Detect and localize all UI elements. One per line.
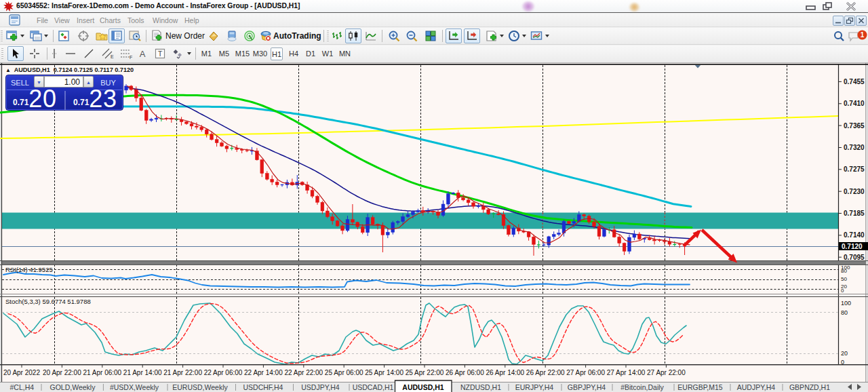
svg-text:80: 80 (841, 309, 848, 316)
svg-text:27 Apr 22:00: 27 Apr 22:00 (647, 369, 686, 376)
svg-text:50: 50 (841, 276, 847, 282)
svg-text:22 Apr 14:00: 22 Apr 14:00 (244, 369, 283, 376)
svg-text:22 Apr 22:00: 22 Apr 22:00 (284, 369, 323, 376)
svg-text:EURUSD,Weekly: EURUSD,Weekly (172, 383, 228, 391)
svg-text:26 Apr 22:00: 26 Apr 22:00 (526, 369, 565, 376)
svg-text:80: 80 (841, 268, 847, 274)
svg-text:20 Apr 22:00: 20 Apr 22:00 (43, 369, 81, 376)
svg-text:0.7275: 0.7275 (844, 165, 865, 173)
svg-text:GOLD,Weekly: GOLD,Weekly (50, 383, 96, 391)
svg-text:26 Apr 14:00: 26 Apr 14:00 (486, 369, 524, 376)
svg-text:F: F (130, 55, 132, 60)
svg-text:0.7120: 0.7120 (842, 243, 863, 250)
svg-text:USDJPY,H4: USDJPY,H4 (301, 383, 340, 391)
svg-text:0.7320: 0.7320 (844, 144, 865, 151)
svg-text:0.7365: 0.7365 (844, 122, 865, 130)
svg-text:GBPNZD,H1: GBPNZD,H1 (789, 383, 830, 391)
svg-text:E: E (111, 54, 114, 59)
svg-text:26 Apr 06:00: 26 Apr 06:00 (446, 369, 484, 376)
svg-text:#Bitcoin,Daily: #Bitcoin,Daily (620, 383, 664, 391)
svg-text:GBPJPY,H4: GBPJPY,H4 (568, 383, 606, 391)
svg-text:▲ AUDUSD,H1 0.7124 0.7125 0.: ▲ AUDUSD,H1 0.7124 0.7125 0.7117 0.7120 (5, 66, 134, 73)
svg-text:25 Apr 14:00: 25 Apr 14:00 (365, 369, 403, 376)
svg-text:20: 20 (841, 350, 848, 357)
svg-text:1: 1 (861, 31, 865, 39)
svg-text:0.7455: 0.7455 (844, 78, 865, 85)
svg-text:A: A (140, 49, 146, 59)
svg-text:22 Apr 06:00: 22 Apr 06:00 (204, 369, 243, 376)
svg-text:Stoch(5,3,3) 59.6774 51.9788: Stoch(5,3,3) 59.6774 51.9788 (5, 298, 91, 305)
svg-text:T: T (158, 50, 163, 58)
svg-text:25 Apr 22:00: 25 Apr 22:00 (406, 369, 444, 376)
svg-text:21 Apr 06:00: 21 Apr 06:00 (83, 369, 121, 376)
svg-text:EURJPY,H4: EURJPY,H4 (515, 383, 554, 391)
svg-text:0.7230: 0.7230 (844, 188, 865, 195)
svg-text:20 Apr 2022: 20 Apr 2022 (3, 369, 40, 376)
svg-text:USDCAD,H1: USDCAD,H1 (353, 383, 394, 391)
svg-text:#USDX,Weekly: #USDX,Weekly (110, 383, 159, 391)
svg-text:27 Apr 06:00: 27 Apr 06:00 (566, 369, 605, 376)
svg-text:0: 0 (841, 288, 844, 294)
svg-text:AUDJPY,H4: AUDJPY,H4 (737, 383, 776, 391)
svg-text:0: 0 (841, 359, 844, 366)
svg-text:0.7185: 0.7185 (844, 210, 865, 217)
svg-text:21 Apr 14:00: 21 Apr 14:00 (123, 369, 162, 376)
svg-text:0.7095: 0.7095 (844, 254, 865, 261)
svg-text:USDCHF,H4: USDCHF,H4 (243, 383, 283, 391)
svg-text:RSI(14) 41.9525: RSI(14) 41.9525 (5, 266, 53, 273)
svg-text:0.7410: 0.7410 (844, 100, 865, 107)
svg-text:EURGBP,M15: EURGBP,M15 (677, 383, 722, 391)
svg-text:0.7140: 0.7140 (844, 231, 865, 239)
svg-text:AUDUSD,H1: AUDUSD,H1 (402, 383, 443, 391)
svg-text:100: 100 (841, 300, 851, 307)
svg-text:#CL,H4: #CL,H4 (9, 383, 34, 391)
svg-text:21 Apr 22:00: 21 Apr 22:00 (163, 369, 202, 376)
svg-text:NZDUSD,H1: NZDUSD,H1 (460, 383, 501, 391)
svg-text:25 Apr 06:00: 25 Apr 06:00 (325, 369, 363, 376)
svg-text:27 Apr 14:00: 27 Apr 14:00 (607, 369, 646, 376)
